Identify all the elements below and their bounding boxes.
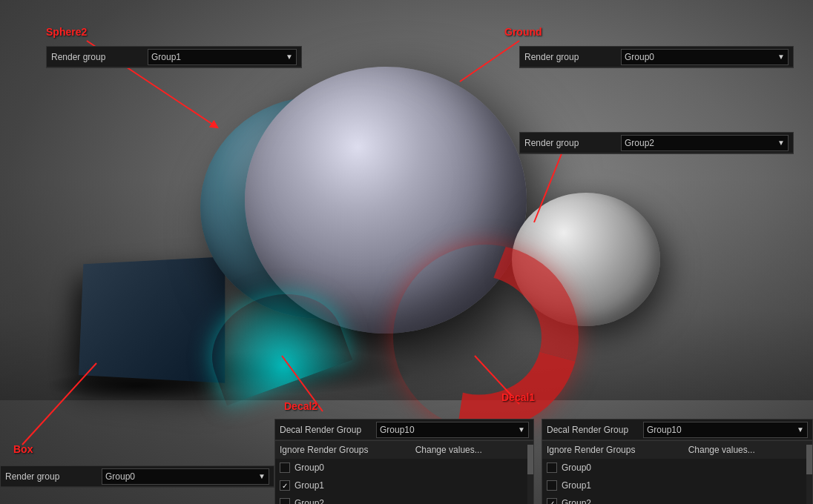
decal2-scrollbar[interactable] (527, 441, 533, 504)
decal2-group1-text: Group1 (294, 480, 324, 491)
decal2-scrollbar-thumb[interactable] (527, 445, 533, 474)
decal2-ignore-panel: Ignore Render Groups Change values... Gr… (274, 441, 534, 504)
box-render-group-select[interactable]: Group0 ▼ (102, 468, 269, 485)
decal1-render-group-select[interactable]: Group10 ▼ (643, 422, 808, 438)
decal1-render-group-row[interactable]: Decal Render Group Group10 ▼ (542, 420, 812, 440)
decal2-group2-text: Group2 (294, 498, 324, 504)
decal1-change-values-label[interactable]: Change values... (635, 445, 808, 455)
box-render-group-value: Group0 (105, 471, 135, 482)
ground-label: Ground (504, 26, 542, 38)
decal2-group2-row[interactable]: Group2 (275, 494, 533, 504)
decal2-render-group-select[interactable]: Group10 ▼ (376, 422, 529, 438)
decal2-group2-checkbox[interactable] (280, 498, 290, 504)
sphere2-render-group-select[interactable]: Group1 ▼ (148, 49, 297, 65)
decal1-ignore-label: Ignore Render Groups (547, 445, 635, 455)
decal2-dropdown-arrow-icon: ▼ (518, 425, 525, 434)
ground-panel: Render group Group0 ▼ (519, 46, 794, 68)
decal2-change-values-label[interactable]: Change values... (368, 445, 529, 455)
sphere2-render-group-label: Render group (51, 52, 148, 62)
decal1-group2-text: Group2 (562, 498, 591, 504)
decal1-group0-checkbox[interactable] (547, 462, 557, 473)
decal2-group0-checkbox[interactable] (280, 462, 290, 473)
box-dropdown-arrow-icon: ▼ (258, 472, 266, 480)
decal1-render-group-panel: Decal Render Group Group10 ▼ (542, 419, 813, 441)
ground-render-group-label: Render group (524, 52, 621, 62)
sphere1-render-group-label: Render group (524, 138, 621, 148)
decal1-group2-checkbox[interactable]: ✓ (547, 498, 557, 504)
sphere2-render-group-value: Group1 (151, 52, 181, 62)
decal2-ignore-label: Ignore Render Groups (280, 445, 368, 455)
decal2-group1-row[interactable]: ✓ Group1 (275, 477, 533, 494)
decal2-group0-text: Group0 (294, 462, 324, 473)
sphere1-render-group-value: Group2 (625, 138, 654, 148)
decal1-ignore-panel: Ignore Render Groups Change values... Gr… (542, 441, 813, 504)
box-object (79, 256, 225, 382)
decal1-scrollbar-thumb[interactable] (806, 445, 812, 474)
box-render-group-row[interactable]: Render group Group0 ▼ (1, 466, 274, 487)
decal1-group1-row[interactable]: Group1 (542, 477, 812, 494)
decal2-group0-row[interactable]: Group0 (275, 459, 533, 477)
decal1-group1-checkbox[interactable] (547, 480, 557, 491)
sphere2-label: Sphere2 (46, 26, 87, 38)
ground-render-group-value: Group0 (625, 52, 654, 62)
decal1-ignore-header-row: Ignore Render Groups Change values... (542, 441, 812, 459)
decal2-group1-checkbox[interactable]: ✓ (280, 480, 290, 491)
box-render-group-label: Render group (5, 471, 102, 482)
decal2-label: Decal2 (284, 400, 317, 412)
decal1-dropdown-arrow-icon: ▼ (797, 425, 804, 434)
decal1-scrollbar[interactable] (806, 441, 812, 504)
decal2-ignore-header-row: Ignore Render Groups Change values... (275, 441, 533, 459)
sphere1-panel: Render group Group2 ▼ (519, 132, 794, 154)
decal1-panel-container: Decal Render Group Group10 ▼ Ignore Rend… (542, 419, 813, 504)
decal2-render-group-row[interactable]: Decal Render Group Group10 ▼ (275, 420, 533, 440)
sphere2-render-group-row[interactable]: Render group Group1 ▼ (47, 47, 301, 67)
decal2-render-group-label: Decal Render Group (280, 425, 376, 435)
decal1-label: Decal1 (501, 391, 535, 403)
decal1-render-group-value: Group10 (647, 425, 682, 435)
sphere1-render-group-row[interactable]: Render group Group2 ▼ (520, 133, 793, 153)
ground-render-group-row[interactable]: Render group Group0 ▼ (520, 47, 793, 67)
ground-dropdown-arrow-icon: ▼ (777, 53, 785, 61)
decal1-group2-row[interactable]: ✓ Group2 (542, 494, 812, 504)
decal2-render-group-value: Group10 (380, 425, 415, 435)
sphere1-dropdown-arrow-icon: ▼ (777, 139, 785, 147)
decal1-render-group-label: Decal Render Group (547, 425, 643, 435)
box-panel: Render group Group0 ▼ (0, 465, 274, 488)
sphere2-panel: Render group Group1 ▼ (46, 46, 302, 68)
decal2-render-group-panel: Decal Render Group Group10 ▼ (274, 419, 534, 441)
decal2-panel-container: Decal Render Group Group10 ▼ Ignore Rend… (274, 419, 534, 504)
decal1-group0-text: Group0 (562, 462, 591, 473)
box-label: Box (13, 443, 33, 455)
decal1-group1-text: Group1 (562, 480, 591, 491)
sphere2-dropdown-arrow-icon: ▼ (286, 53, 293, 61)
sphere1-render-group-select[interactable]: Group2 ▼ (621, 135, 789, 151)
decal1-group0-row[interactable]: Group0 (542, 459, 812, 477)
ground-render-group-select[interactable]: Group0 ▼ (621, 49, 789, 65)
